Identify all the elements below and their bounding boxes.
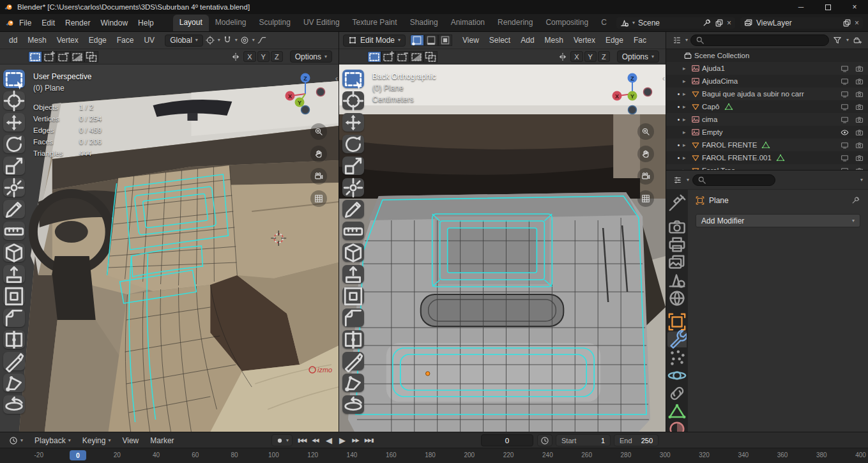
tool-cursor[interactable] — [342, 91, 364, 110]
expand-arrow-icon[interactable]: ▸ — [683, 142, 689, 148]
mirror-z-button[interactable]: Z — [598, 51, 610, 62]
menu-edge[interactable]: Edge — [84, 34, 112, 47]
copy-icon[interactable] — [715, 19, 724, 27]
prop-tab-view-layer[interactable] — [667, 254, 687, 270]
grid-button[interactable] — [310, 190, 327, 207]
scene-selector[interactable]: ▾ Scene × — [616, 17, 735, 29]
prop-tab-constraints[interactable] — [667, 385, 687, 401]
tool-transform[interactable] — [342, 178, 364, 197]
workspace-tab-rendering[interactable]: Rendering — [491, 15, 539, 31]
menu-select[interactable]: Select — [484, 34, 515, 47]
tool-move[interactable] — [3, 113, 25, 132]
tool-inset-faces[interactable] — [3, 287, 25, 305]
expand-arrow-icon[interactable]: ▸ — [683, 129, 689, 135]
timeline-ruler[interactable]: -200204060801001201401601802002202402602… — [0, 448, 868, 463]
viewlayer-selector[interactable]: ViewLayer × — [740, 17, 863, 29]
pin-icon[interactable] — [851, 196, 860, 205]
prop-tab-data[interactable] — [667, 403, 687, 419]
expand-arrow-icon[interactable]: ▸ — [683, 103, 689, 110]
mesh-select-face-button[interactable] — [438, 34, 452, 46]
timeline-menu-keying[interactable]: Keying▾ — [77, 435, 116, 446]
maximize-button[interactable] — [814, 0, 841, 14]
mode-dropdown[interactable]: Edit Mode▾ — [343, 34, 406, 47]
tool-inset-faces[interactable] — [342, 287, 364, 305]
mirror-x-button[interactable]: X — [243, 51, 255, 62]
workspace-tab-sculpting[interactable]: Sculpting — [253, 15, 297, 31]
videocam-button[interactable] — [637, 168, 654, 185]
workspace-tab-modeling[interactable]: Modeling — [209, 15, 253, 31]
prop-tab-physics[interactable] — [667, 367, 687, 383]
navigation-gizmo[interactable]: Z X Y — [608, 70, 657, 118]
tool-rotate[interactable] — [3, 135, 25, 153]
tool-poly-build[interactable] — [3, 374, 25, 392]
outliner-row-farol-tras[interactable]: ▸ Farol Tras — [666, 164, 868, 170]
close-button[interactable]: × — [841, 0, 868, 14]
tool-add-cube[interactable] — [342, 243, 364, 262]
frame-end-field[interactable]: End 250 — [614, 434, 659, 446]
add-modifier-button[interactable]: Add Modifier ▾ — [696, 214, 860, 227]
orientation-dropdown[interactable]: Global▾ — [165, 34, 203, 47]
tool-annotate[interactable] — [342, 200, 364, 218]
tool-scale[interactable] — [342, 156, 364, 175]
menu-view[interactable]: View — [457, 34, 484, 47]
prop-tab-output[interactable] — [667, 236, 687, 252]
expand-arrow-icon[interactable]: ▸ — [683, 155, 689, 161]
menu-edge[interactable]: Edge — [600, 34, 628, 47]
select-invert-button[interactable] — [409, 51, 423, 63]
falloff-icon[interactable] — [256, 34, 268, 47]
mesh-select-edge-button[interactable] — [424, 34, 438, 46]
expand-arrow-icon[interactable]: ▸ — [683, 116, 689, 123]
new-collection-icon[interactable] — [851, 34, 864, 47]
properties-editor-icon[interactable] — [671, 174, 683, 186]
current-frame-marker[interactable]: 0 — [70, 450, 86, 460]
tool-poly-build[interactable] — [342, 374, 364, 392]
navigation-gizmo[interactable]: Z X Y — [281, 70, 330, 118]
tool-rotate[interactable] — [342, 135, 364, 153]
tool-bevel[interactable] — [342, 308, 364, 327]
outliner-row-cima[interactable]: • ▸ cima — [666, 113, 868, 126]
zoom-button[interactable] — [637, 123, 654, 140]
tool-extrude-region[interactable] — [342, 265, 364, 284]
mirror-y-button[interactable]: Y — [584, 51, 597, 62]
tool-select-box[interactable] — [3, 70, 25, 88]
expand-arrow-icon[interactable]: ▸ — [683, 65, 689, 72]
tool-measure[interactable] — [3, 222, 25, 240]
outliner-row-ajudacima[interactable]: ▸ AjudaCima — [666, 75, 868, 87]
tool-transform[interactable] — [3, 178, 25, 197]
prop-tab-particles[interactable] — [667, 349, 687, 365]
select-set-button[interactable] — [28, 51, 42, 63]
videocam-button[interactable] — [310, 168, 327, 185]
outliner-row-bagui-que-ajuda-a-subir-no-carr[interactable]: • ▸ Bagui que ajuda a subir no carr — [666, 87, 868, 100]
tool-annotate[interactable] — [3, 200, 25, 218]
menu-face[interactable]: Face — [112, 34, 139, 47]
auto-keying-button[interactable]: ▾ — [271, 434, 293, 446]
prop-tab-render[interactable] — [667, 218, 687, 234]
options-dropdown[interactable]: Options▾ — [617, 50, 659, 63]
tool-select-box[interactable] — [342, 70, 364, 88]
clock-icon-button[interactable] — [537, 434, 552, 446]
tool-spin[interactable] — [3, 395, 25, 414]
select-intersect-button[interactable] — [84, 51, 98, 63]
timeline-menu-view[interactable]: View — [117, 435, 144, 446]
tool-loop-cut[interactable] — [342, 330, 364, 349]
tool-cursor[interactable] — [3, 91, 25, 110]
play-button[interactable]: ▶ — [335, 434, 349, 446]
mirror-z-button[interactable]: Z — [271, 51, 283, 62]
viewport-canvas[interactable]: Back Orthographic(0) PlaneCentimeters Z … — [339, 65, 666, 432]
select-subtract-button[interactable] — [395, 51, 409, 63]
outliner-row-cap-[interactable]: • ▸ Capô — [666, 100, 868, 113]
expand-arrow-icon[interactable]: ▸ — [683, 78, 689, 84]
pin-icon[interactable] — [703, 19, 712, 27]
menu-add[interactable]: Add — [515, 34, 539, 47]
pivot-icon[interactable] — [204, 34, 217, 47]
menu-file[interactable]: File — [14, 17, 36, 29]
mirror-icon[interactable] — [556, 50, 568, 63]
menu-vertex[interactable]: Vertex — [52, 34, 84, 47]
proportional-editing-icon[interactable] — [239, 34, 251, 47]
tool-measure[interactable] — [342, 222, 364, 240]
grid-button[interactable] — [637, 190, 654, 207]
tool-knife[interactable] — [3, 352, 25, 370]
tool-extrude-region[interactable] — [3, 265, 25, 284]
menu-vertex[interactable]: Vertex — [568, 34, 600, 47]
expand-arrow-icon[interactable]: ▸ — [683, 91, 689, 97]
